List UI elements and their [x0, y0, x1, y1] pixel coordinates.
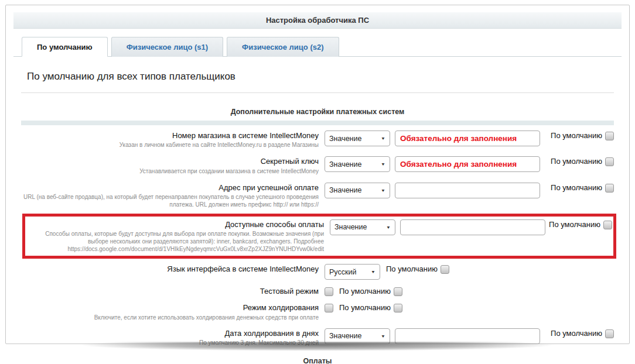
row-payment-methods: Доступные способы оплаты Способы оплаты,… [26, 217, 612, 256]
card-drop-shadow [18, 342, 617, 359]
row-shop-number: Номер магазина в системе IntellectMoney … [21, 126, 614, 152]
field-label: Тестовый режим [21, 287, 319, 296]
row-success-url: Адрес при успешной оплате URL (на веб-са… [21, 178, 614, 212]
language-select[interactable]: Русский ▼ [325, 264, 380, 280]
window-header: Настройка обработчика ПС [13, 12, 622, 29]
dropdown-arrow-icon: ▼ [381, 136, 385, 141]
holding-days-default-checkbox[interactable] [605, 329, 614, 338]
tab-individual-s1[interactable]: Физическое лицо (s1) [111, 37, 223, 57]
tab-content: По умолчанию для всех типов плательщиков… [13, 71, 622, 364]
field-hint: Способы оплаты, которые будут доступны д… [26, 230, 324, 253]
field-label: Секретный ключ [21, 157, 319, 166]
default-label: По умолчанию [551, 329, 602, 338]
success-url-mode-select[interactable]: Значение ▼ [325, 183, 390, 198]
success-url-input[interactable] [395, 183, 540, 198]
shop-number-mode-select[interactable]: Значение ▼ [325, 131, 390, 146]
dropdown-arrow-icon: ▼ [371, 270, 375, 274]
group-divider-bar [21, 121, 614, 125]
language-default-checkbox[interactable] [441, 265, 449, 274]
shop-number-input[interactable] [395, 131, 540, 146]
secret-key-default-checkbox[interactable] [605, 157, 614, 166]
payment-methods-input[interactable] [400, 219, 545, 235]
tab-default[interactable]: По умолчанию [22, 37, 108, 57]
row-interface-language: Язык интерфейса в системе IntellectMoney… [21, 260, 614, 283]
field-label: Адрес при успешной оплате [21, 183, 319, 193]
screenshot-stage: Настройка обработчика ПС По умолчанию Фи… [0, 0, 635, 364]
payment-methods-default-checkbox[interactable] [603, 221, 612, 229]
default-label: По умолчанию [551, 183, 602, 192]
dropdown-arrow-icon: ▼ [386, 225, 391, 229]
default-label: По умолчанию [549, 220, 600, 229]
dropdown-arrow-icon: ▼ [381, 162, 385, 167]
default-label: По умолчанию [386, 265, 438, 273]
default-label: По умолчанию [551, 157, 602, 166]
tab-bar: По умолчанию Физическое лицо (s1) Физиче… [13, 36, 622, 57]
secret-key-input[interactable] [395, 156, 540, 172]
default-label: По умолчанию [551, 131, 602, 140]
test-mode-checkbox[interactable] [325, 287, 333, 296]
page-title: Настройка обработчика ПС [266, 16, 369, 25]
default-label: По умолчанию [339, 303, 391, 312]
tab-individual-s2[interactable]: Физическое лицо (s2) [227, 37, 339, 57]
dropdown-arrow-icon: ▼ [381, 188, 385, 193]
section-heading: По умолчанию для всех типов плательщиков [27, 71, 614, 83]
row-secret-key: Секретный ключ Устанавливается при созда… [21, 152, 614, 178]
shop-number-default-checkbox[interactable] [605, 132, 614, 140]
field-label: Язык интерфейса в системе IntellectMoney [21, 265, 319, 274]
settings-form: Номер магазина в системе IntellectMoney … [21, 126, 614, 350]
success-url-default-checkbox[interactable] [605, 184, 614, 193]
default-label: По умолчанию [339, 287, 391, 296]
field-label: Дата холдирования в днях [21, 329, 319, 338]
payment-methods-mode-select[interactable]: Значение ▼ [330, 219, 395, 235]
field-label: Номер магазина в системе IntellectMoney [21, 131, 319, 140]
holding-mode-checkbox[interactable] [325, 304, 333, 313]
field-label: Режим холдирования [21, 303, 319, 313]
field-hint: URL (на веб-сайте продавца), на который … [21, 193, 319, 208]
divider [21, 92, 614, 93]
field-hint: Указан в личном кабинете на сайте Intell… [21, 141, 319, 149]
settings-window: Настройка обработчика ПС По умолчанию Фи… [5, 5, 630, 344]
row-test-mode: Тестовый режим По умолчанию [21, 283, 614, 299]
highlight-box: Доступные способы оплаты Способы оплаты,… [22, 214, 616, 259]
secret-key-mode-select[interactable]: Значение ▼ [325, 156, 390, 172]
field-hint: Включите, если хотите использовать холди… [21, 314, 319, 321]
dropdown-arrow-icon: ▼ [381, 334, 385, 338]
row-holding-mode: Режим холдирования Включите, если хотите… [21, 299, 614, 324]
holding-mode-default-checkbox[interactable] [394, 304, 402, 313]
test-mode-default-checkbox[interactable] [394, 287, 402, 296]
field-label: Доступные способы оплаты [26, 220, 324, 229]
field-hint: Устанавливается при создании магазина в … [21, 167, 319, 175]
group-heading-additional: Дополнительные настройки платежных систе… [21, 108, 614, 116]
